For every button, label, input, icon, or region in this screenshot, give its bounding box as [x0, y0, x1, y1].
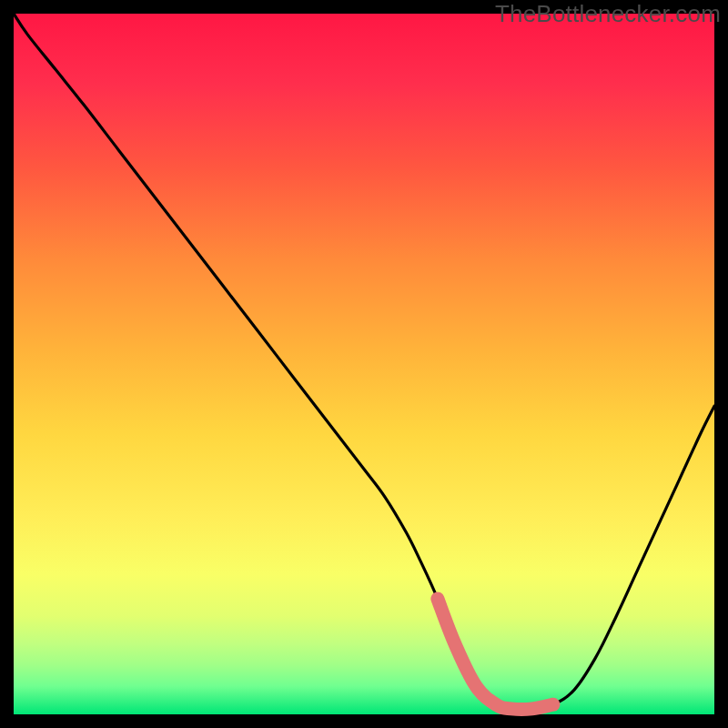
chart-frame: TheBottlenecker.com [0, 0, 728, 728]
optimal-range-highlight [438, 599, 553, 709]
bottleneck-curve [14, 14, 714, 709]
watermark-text: TheBottlenecker.com [495, 0, 721, 28]
curve-layer [14, 14, 714, 714]
